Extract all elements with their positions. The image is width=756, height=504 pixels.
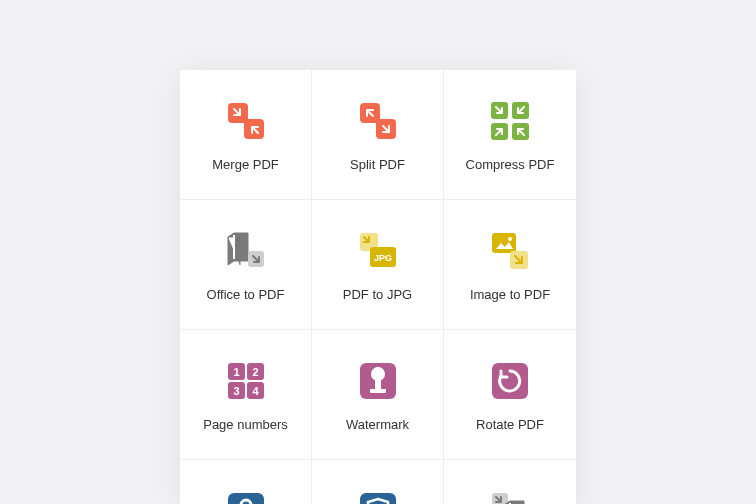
svg-text:JPG: JPG [373,253,391,263]
svg-text:4: 4 [252,384,259,396]
tool-merge-pdf[interactable]: Merge PDF [180,70,312,200]
tool-label: Rotate PDF [476,417,544,433]
protect-icon [354,487,402,504]
svg-rect-28 [492,363,528,399]
image-to-pdf-icon [486,227,534,275]
tool-unlock-pdf[interactable]: Unlock PDF [180,460,312,504]
compress-icon [486,97,534,145]
tool-label: Page numbers [203,417,288,433]
svg-point-14 [508,237,512,241]
watermark-icon [354,357,402,405]
tool-label: Compress PDF [466,157,555,173]
tool-protect-pdf[interactable]: Protect PDF [312,460,444,504]
rotate-icon [486,357,534,405]
tool-label: Office to PDF [207,287,285,303]
svg-text:2: 2 [252,365,258,377]
svg-text:3: 3 [233,384,239,396]
svg-rect-25 [370,389,386,393]
tool-pdf-to-office[interactable]: PDF to Office [444,460,576,504]
tool-page-numbers[interactable]: 1 2 3 4 Page numbers [180,330,312,460]
svg-text:1: 1 [233,365,239,377]
tool-watermark[interactable]: Watermark [312,330,444,460]
tool-split-pdf[interactable]: Split PDF [312,70,444,200]
tool-label: Watermark [346,417,409,433]
merge-icon [222,97,270,145]
tool-pdf-to-jpg[interactable]: JPG PDF to JPG [312,200,444,330]
split-icon [354,97,402,145]
unlock-icon [222,487,270,504]
tool-office-to-pdf[interactable]: Office to PDF [180,200,312,330]
tool-label: Image to PDF [470,287,550,303]
tools-grid: Merge PDF Split PDF [180,70,576,504]
pdf-to-office-icon [486,487,534,504]
tool-label: Split PDF [350,157,405,173]
tool-image-to-pdf[interactable]: Image to PDF [444,200,576,330]
svg-rect-8 [233,235,235,259]
office-to-pdf-icon [222,227,270,275]
tool-label: PDF to JPG [343,287,412,303]
tool-compress-pdf[interactable]: Compress PDF [444,70,576,200]
pdf-to-jpg-icon: JPG [354,227,402,275]
tool-rotate-pdf[interactable]: Rotate PDF [444,330,576,460]
svg-rect-27 [376,367,380,370]
tool-label: Merge PDF [212,157,278,173]
svg-rect-13 [492,233,516,253]
page-numbers-icon: 1 2 3 4 [222,357,270,405]
